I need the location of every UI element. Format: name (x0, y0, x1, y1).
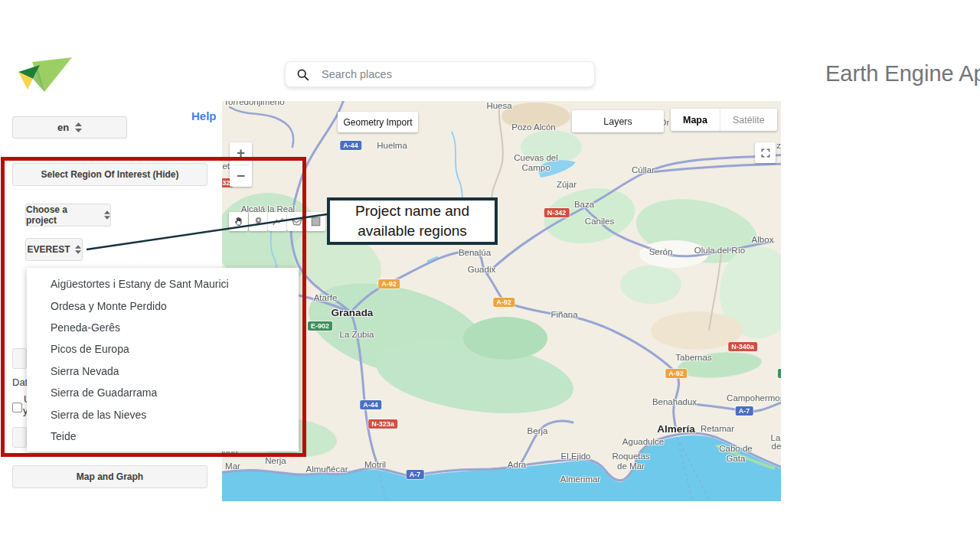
region-dropdown: Aigüestortes i Estany de Sant MauriciOrd… (27, 268, 299, 452)
project-name-label: EVEREST (27, 244, 70, 255)
fullscreen-icon (760, 148, 771, 158)
search-bar[interactable] (285, 61, 595, 87)
map-canvas[interactable]: TorredonjimenoHuesaPozo AlcónHuelmaCueva… (222, 101, 781, 501)
annotation-callout: Project name and available regions (327, 197, 498, 245)
fullscreen-button[interactable] (755, 142, 776, 163)
choose-project-dropdown[interactable]: Choose a project (25, 204, 111, 227)
checkbox[interactable] (12, 403, 22, 412)
marker-icon (253, 216, 264, 227)
region-option[interactable]: Picos de Europa (27, 338, 299, 360)
region-option[interactable]: Ordesa y Monte Perdido (27, 295, 299, 316)
region-option[interactable]: Peneda-Gerês (27, 317, 299, 338)
sort-arrows-icon (75, 122, 82, 132)
map-type-switcher: Mapa Satélite (671, 109, 777, 131)
date-label-fragment: Dat (12, 377, 28, 388)
rectangle-tool[interactable] (306, 212, 325, 231)
zoom-out-button[interactable]: − (230, 165, 252, 187)
project-name-dropdown[interactable]: EVEREST (25, 238, 83, 261)
geometry-import-button[interactable]: Geometry Import (338, 112, 418, 132)
rectangle-icon (310, 216, 322, 227)
language-select-value: en (57, 122, 69, 133)
map-type-map-button[interactable]: Mapa (671, 109, 720, 131)
search-input[interactable] (322, 68, 551, 80)
polygon-tool[interactable] (287, 212, 306, 231)
marker-tool[interactable] (249, 212, 268, 231)
zoom-in-button[interactable]: + (230, 142, 252, 165)
earth-engine-logo (9, 55, 78, 93)
hand-icon (233, 216, 245, 228)
polyline-tool[interactable] (268, 212, 287, 231)
region-option[interactable]: Sierra Nevada (27, 360, 299, 382)
region-option[interactable]: Sierra de Guadarrama (27, 382, 299, 403)
sort-arrows-icon (75, 245, 81, 254)
region-option[interactable]: Sierra de las Nieves (27, 403, 299, 425)
hidden-button-sliver[interactable] (12, 348, 27, 369)
zoom-control: + − (230, 142, 252, 187)
map-terrain (222, 101, 781, 501)
page-title: Earth Engine Apps (825, 61, 978, 86)
hidden-button-sliver[interactable] (12, 427, 27, 448)
sort-arrows-icon (104, 210, 110, 220)
region-option[interactable]: Aigüestortes i Estany de Sant Maurici (27, 273, 299, 295)
map-type-satellite-button[interactable]: Satélite (720, 109, 777, 131)
pan-hand-tool[interactable] (229, 212, 248, 231)
region-option[interactable]: Teide (27, 425, 299, 447)
choose-project-label: Choose a project (26, 204, 100, 226)
polygon-icon (291, 216, 303, 228)
search-icon (296, 68, 309, 81)
language-select[interactable]: en (12, 116, 127, 139)
polyline-icon (272, 216, 284, 228)
help-link[interactable]: Help (191, 109, 217, 122)
map-and-graph-button[interactable]: Map and Graph (12, 465, 207, 488)
layers-button[interactable]: Layers (572, 110, 664, 132)
select-region-button[interactable]: Select Region Of Interest (Hide) (12, 163, 207, 186)
